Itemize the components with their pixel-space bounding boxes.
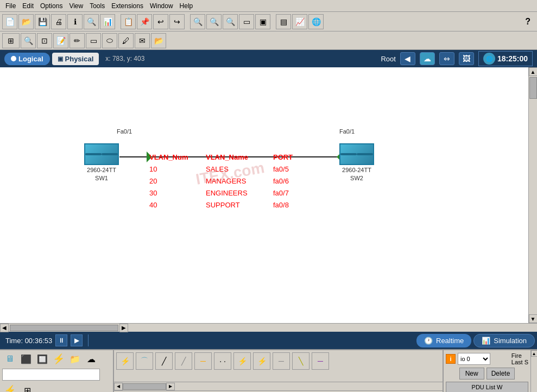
cable-cross-btn[interactable]: ╱ — [175, 352, 192, 370]
cable-gray-btn[interactable]: ─ — [273, 352, 290, 370]
select-btn[interactable]: ⊞ — [2, 33, 20, 48]
undo-btn[interactable]: ↩ — [153, 14, 168, 29]
switch-sw2[interactable]: Fa0/1 2960-24TT SW2 — [339, 143, 374, 183]
scroll-thumb[interactable] — [529, 77, 537, 99]
vlan-name-support: SUPPORT — [206, 199, 260, 211]
right-scroll-up[interactable]: ▲ — [531, 350, 538, 357]
cable-red-btn[interactable]: ⚡ — [253, 352, 270, 370]
delete-pdu-button[interactable]: Delete — [487, 368, 515, 380]
hand-btn[interactable]: 🔍 — [21, 33, 36, 48]
cable-lightning-btn[interactable]: ⚡ — [116, 352, 134, 370]
cable-purple-btn[interactable]: ─ — [312, 352, 329, 370]
pdu-btn[interactable]: 📊 — [100, 14, 115, 29]
folder-icon[interactable]: 📁 — [67, 352, 83, 365]
new-pdu-button[interactable]: New — [459, 368, 484, 380]
new-btn[interactable]: 📄 — [2, 14, 17, 29]
menu-extensions[interactable]: Extensions — [108, 1, 147, 11]
scroll-left-arrow[interactable]: ◀ — [0, 324, 9, 332]
print-btn[interactable]: 🖨 — [51, 14, 66, 29]
h-scroll-thumb[interactable] — [10, 325, 118, 331]
save-btn[interactable]: 💾 — [35, 14, 50, 29]
switch-sw1[interactable]: Fa0/1 2960-24TT SW1 — [84, 143, 119, 183]
switch-icon[interactable]: ⬛ — [18, 352, 34, 365]
vlan-port-8: fa0/8 — [273, 199, 306, 211]
simulation-btn[interactable]: 📊 Simulation — [473, 334, 535, 347]
open2-btn[interactable]: 📂 — [151, 33, 166, 48]
arrows-btn[interactable]: ⇔ — [439, 52, 454, 65]
cable-curve-btn[interactable]: ⌒ — [136, 352, 153, 370]
cable-dotted-btn[interactable]: · · — [214, 352, 231, 370]
zoom-out-btn[interactable]: 🔍 — [206, 14, 222, 29]
network-canvas[interactable]: Fa0/1 2960-24TT SW1 Fa0/1 — [0, 67, 528, 323]
pdu-list-button[interactable]: PDU List W — [446, 382, 528, 392]
help-icon[interactable]: ? — [521, 16, 535, 28]
globe-icon: 🌐 — [483, 53, 495, 65]
graph-btn[interactable]: 📈 — [292, 14, 307, 29]
cloud-btn[interactable]: ☁ — [420, 52, 435, 65]
menu-window[interactable]: Window — [147, 1, 176, 11]
back-btn[interactable]: ◀ — [400, 52, 415, 65]
zoom-in-btn[interactable]: 🔍 — [190, 14, 205, 29]
paste-btn[interactable]: 📌 — [137, 14, 152, 29]
nav-logical-tab[interactable]: Logical — [4, 53, 50, 65]
palette-btn[interactable]: ▤ — [276, 14, 291, 29]
h-scrollbar2[interactable]: ◀ ▶ — [114, 382, 443, 390]
nav-physical-tab[interactable]: ▣ Physical — [52, 53, 99, 65]
zoom-fit-btn[interactable]: 🔍 — [223, 14, 238, 29]
lightning2-icon[interactable]: ⚡ — [2, 384, 17, 392]
rect-btn[interactable]: ▭ — [86, 33, 101, 48]
pen-btn[interactable]: 🖊 — [118, 33, 134, 48]
pdu-controls: i io 0 Fire Last S New Delete PDU List W — [444, 350, 530, 392]
play-btn[interactable]: ▶ — [71, 334, 83, 346]
sw2-port-label: Fa0/1 — [339, 128, 355, 135]
scroll-down-arrow[interactable]: ▼ — [529, 314, 538, 323]
copy-btn[interactable]: 📋 — [121, 14, 136, 29]
image-btn[interactable]: 🖼 — [459, 52, 474, 65]
hub-icon[interactable]: 🔲 — [35, 352, 50, 365]
io-row: i io 0 Fire Last S — [446, 352, 528, 365]
menu-tools[interactable]: Tools — [86, 1, 108, 11]
menu-help[interactable]: Help — [176, 1, 197, 11]
label-btn[interactable]: 📝 — [53, 33, 68, 48]
pause-btn[interactable]: ⏸ — [55, 334, 67, 346]
scroll2-thumb[interactable] — [123, 383, 166, 390]
menu-view[interactable]: View — [66, 1, 86, 11]
email-btn[interactable]: ✉ — [135, 33, 150, 48]
draw-btn[interactable]: ✏ — [70, 33, 85, 48]
menu-edit[interactable]: Edit — [19, 1, 37, 11]
scroll2-right[interactable]: ▶ — [166, 383, 175, 390]
right-mini-scrollbar[interactable]: ▲ ▼ — [530, 350, 537, 392]
lasso-btn[interactable]: ⊡ — [37, 33, 52, 48]
scrollbar-right[interactable]: ▲ ▼ — [528, 67, 537, 323]
info-btn[interactable]: ℹ — [67, 14, 83, 29]
redo-btn[interactable]: ↪ — [169, 14, 185, 29]
lightning-icon[interactable]: ⚡ — [51, 352, 66, 365]
vlan-num-40: 40 — [149, 199, 193, 211]
h-scrollbar[interactable]: ◀ ▶ — [0, 323, 537, 332]
scroll-right-arrow[interactable]: ▶ — [119, 324, 128, 332]
menu-options[interactable]: Options — [37, 1, 66, 11]
cable-straight-btn[interactable]: ╱ — [155, 352, 173, 370]
rect-select-btn[interactable]: ▭ — [239, 14, 254, 29]
realtime-btn[interactable]: 🕐 Realtime — [416, 334, 471, 347]
root-label: Root — [381, 55, 395, 63]
export-btn[interactable]: 🌐 — [308, 14, 324, 29]
cable-diag-btn[interactable]: ╲ — [292, 352, 309, 370]
vlan-header-num: VLAN_Num — [149, 151, 193, 163]
grid-icon[interactable]: ⊞ — [20, 384, 35, 392]
cloud2-icon[interactable]: ☁ — [84, 352, 99, 365]
menu-file[interactable]: File — [2, 1, 19, 11]
scroll-up-arrow[interactable]: ▲ — [529, 67, 538, 76]
inspect-btn[interactable]: 🔍 — [84, 14, 99, 29]
io-select[interactable]: io 0 — [458, 353, 490, 365]
router-icon[interactable]: 🖥 — [2, 352, 17, 365]
cable-yellow-btn[interactable]: ─ — [194, 352, 212, 370]
scroll2-left[interactable]: ◀ — [114, 383, 123, 390]
realtime-label: Realtime — [436, 337, 464, 345]
toolbar2: ⊞ 🔍 ⊡ 📝 ✏ ▭ ⬭ 🖊 ✉ 📂 — [0, 31, 537, 50]
ellipse-btn[interactable]: ⬭ — [102, 33, 117, 48]
cable-blue-btn[interactable]: ⚡ — [233, 352, 251, 370]
view-btn[interactable]: ▣ — [255, 14, 270, 29]
open-btn[interactable]: 📂 — [18, 14, 34, 29]
device-search-input[interactable] — [2, 369, 100, 381]
